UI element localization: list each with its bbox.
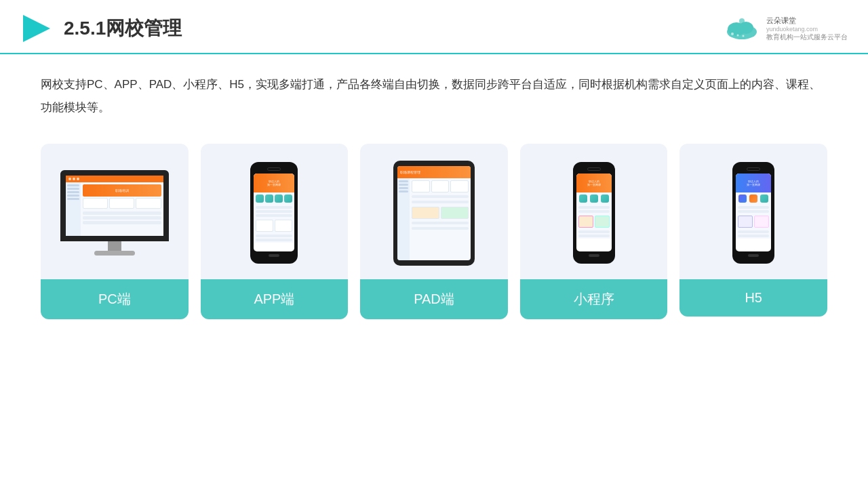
main-content: 网校支持PC、APP、PAD、小程序、H5，实现多端打通，产品各终端自由切换，数…: [0, 54, 868, 333]
cloud-logo-icon: [723, 16, 761, 41]
svg-point-5: [731, 33, 734, 35]
card-pc-image: 职场培训: [41, 144, 189, 279]
logo-text: 云朵课堂 yunduoketang.com 教育机构一站式服务云平台: [766, 16, 848, 42]
card-app: 职达人的第一堂网课: [201, 144, 349, 319]
page-title: 2.5.1网校管理: [64, 16, 182, 41]
logo-url: yunduoketang.com: [766, 26, 818, 33]
card-pad-label: PAD端: [360, 279, 508, 319]
page-header: 2.5.1网校管理 云朵课堂 yunduoketang.com 教育机构一站式服…: [0, 0, 868, 54]
card-pc-label: PC端: [41, 279, 189, 319]
svg-point-6: [737, 35, 739, 37]
play-icon: [20, 12, 53, 45]
pc-monitor-icon: 职场培训: [57, 170, 172, 256]
card-h5-label: H5: [679, 279, 827, 317]
svg-point-7: [743, 35, 745, 37]
svg-marker-0: [23, 15, 50, 42]
card-miniapp-image: 职达人的第一堂网课: [520, 144, 668, 279]
logo-area: 云朵课堂 yunduoketang.com 教育机构一站式服务云平台: [723, 16, 848, 42]
phone-h5-icon: 职达人的第一堂网课: [732, 162, 774, 264]
header-left: 2.5.1网校管理: [20, 12, 182, 45]
card-pad: 职场课程管理: [360, 144, 508, 319]
card-pad-image: 职场课程管理: [360, 144, 508, 279]
card-miniapp-label: 小程序: [520, 279, 668, 319]
logo-name: 云朵课堂: [766, 16, 796, 26]
svg-point-3: [738, 22, 753, 34]
svg-point-4: [739, 18, 745, 24]
card-miniapp: 职达人的第一堂网课: [520, 144, 668, 319]
card-pc: 职场培训: [41, 144, 189, 319]
card-h5-image: 职达人的第一堂网课: [679, 144, 827, 279]
logo-tagline: 教育机构一站式服务云平台: [766, 33, 848, 42]
phone-app-icon: 职达人的第一堂网课: [250, 162, 298, 264]
card-h5: 职达人的第一堂网课: [679, 144, 827, 317]
phone-miniapp-icon: 职达人的第一堂网课: [573, 162, 615, 264]
tablet-pad-icon: 职场课程管理: [393, 161, 475, 266]
cards-row: 职场培训: [41, 144, 827, 319]
card-app-label: APP端: [201, 279, 349, 319]
card-app-image: 职达人的第一堂网课: [201, 144, 349, 279]
description-text: 网校支持PC、APP、PAD、小程序、H5，实现多端打通，产品各终端自由切换，数…: [41, 73, 827, 119]
